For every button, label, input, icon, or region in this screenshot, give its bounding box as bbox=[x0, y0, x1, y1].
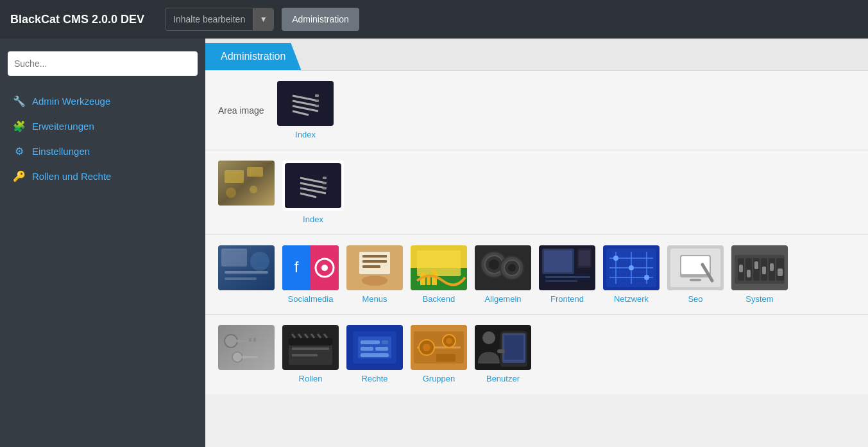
thumb-photo-row3[interactable] bbox=[218, 245, 275, 290]
svg-rect-8 bbox=[225, 170, 244, 183]
svg-point-118 bbox=[446, 338, 452, 344]
svg-rect-4 bbox=[315, 94, 319, 97]
svg-point-91 bbox=[232, 352, 243, 362]
svg-text:f: f bbox=[294, 258, 299, 276]
thumb-rechte[interactable]: Rechte bbox=[346, 325, 403, 383]
key-icon: 🔑 bbox=[13, 170, 26, 182]
svg-point-87 bbox=[225, 335, 237, 347]
dropdown-arrow-icon[interactable]: ▼ bbox=[253, 8, 273, 30]
thumb-frontend[interactable]: Frontend bbox=[539, 245, 595, 304]
svg-line-3 bbox=[293, 111, 309, 115]
svg-point-29 bbox=[321, 265, 328, 271]
thumb-label-index-2: Index bbox=[303, 215, 323, 224]
sidebar-item-rollen-rechte[interactable]: 🔑 Rollen und Rechte bbox=[8, 164, 198, 189]
svg-rect-18 bbox=[323, 187, 327, 189]
svg-rect-54 bbox=[545, 276, 590, 278]
content-area: Administration Area image bbox=[205, 39, 868, 447]
page-tab: Administration bbox=[205, 43, 301, 70]
thumb-label-netzwerk: Netzwerk bbox=[614, 294, 649, 304]
thumb-label-rechte: Rechte bbox=[361, 374, 387, 383]
thumb-index-2[interactable]: Index bbox=[282, 161, 344, 224]
dropdown-label: Inhalte bearbeiten bbox=[166, 14, 253, 24]
svg-rect-111 bbox=[361, 353, 389, 357]
thumb-img-frontend bbox=[539, 245, 595, 290]
svg-rect-125 bbox=[497, 349, 505, 353]
thumb-benutzer[interactable]: Benutzer bbox=[475, 325, 531, 383]
inhalte-dropdown[interactable]: Inhalte bearbeiten ▼ bbox=[165, 8, 274, 31]
svg-line-14 bbox=[300, 188, 326, 193]
grid-row-2: Index bbox=[205, 150, 868, 235]
svg-rect-17 bbox=[323, 182, 327, 184]
sidebar-item-erweiterungen[interactable]: 🧩 Erweiterungen bbox=[8, 114, 198, 139]
svg-rect-20 bbox=[221, 249, 247, 267]
svg-rect-6 bbox=[315, 105, 319, 107]
sidebar-label-erweiterungen: Erweiterungen bbox=[32, 121, 94, 132]
svg-point-116 bbox=[423, 344, 430, 351]
svg-line-1 bbox=[293, 101, 318, 106]
sidebar-label-rollen-rechte: Rollen und Rechte bbox=[32, 171, 111, 182]
sidebar-label-einstellungen: Einstellungen bbox=[32, 146, 90, 157]
thumb-label-backend: Backend bbox=[423, 294, 455, 304]
svg-line-13 bbox=[300, 183, 326, 188]
svg-rect-95 bbox=[289, 338, 332, 346]
svg-rect-84 bbox=[770, 263, 774, 271]
thumb-index-1[interactable]: Index bbox=[277, 81, 334, 139]
thumb-img-rollen bbox=[282, 325, 339, 370]
thumb-rollen[interactable]: Rollen bbox=[282, 325, 339, 383]
thumb-gruppen[interactable]: Gruppen bbox=[411, 325, 467, 383]
thumb-img-allgemein bbox=[475, 245, 531, 290]
svg-point-21 bbox=[250, 252, 269, 271]
svg-point-65 bbox=[629, 265, 634, 270]
sidebar-item-admin-werkzeuge[interactable]: 🔧 Admin Werkzeuge bbox=[8, 89, 198, 114]
thumb-photo-row4[interactable] bbox=[218, 325, 275, 370]
thumb-label-allgemein: Allgemein bbox=[484, 294, 521, 304]
svg-rect-16 bbox=[323, 177, 327, 179]
sidebar-item-einstellungen[interactable]: ⚙ Einstellungen bbox=[8, 139, 198, 164]
thumb-dark-1 bbox=[277, 81, 334, 126]
photo-thumb-row3 bbox=[218, 245, 275, 290]
thumb-label-menus: Menus bbox=[362, 294, 387, 304]
thumb-img-netzwerk bbox=[603, 245, 660, 290]
svg-line-0 bbox=[293, 96, 318, 101]
wrench-icon: 🔧 bbox=[13, 95, 26, 107]
thumb-label-socialmedia: Socialmedia bbox=[288, 294, 334, 304]
page-header: Administration bbox=[205, 39, 868, 71]
svg-rect-92 bbox=[242, 356, 258, 358]
thumb-label-frontend: Frontend bbox=[550, 294, 584, 304]
sidebar: 🔧 Admin Werkzeuge 🧩 Erweiterungen ⚙ Eins… bbox=[0, 39, 205, 447]
svg-rect-119 bbox=[436, 354, 455, 362]
svg-rect-55 bbox=[545, 280, 577, 282]
thumb-photo-row2[interactable] bbox=[218, 161, 275, 206]
svg-rect-35 bbox=[362, 265, 380, 268]
svg-rect-51 bbox=[544, 250, 572, 272]
svg-rect-34 bbox=[362, 260, 387, 263]
thumb-socialmedia[interactable]: f Socialmedia bbox=[282, 245, 339, 304]
thumb-menus[interactable]: Menus bbox=[346, 245, 403, 304]
svg-point-124 bbox=[482, 331, 495, 344]
svg-rect-88 bbox=[236, 340, 255, 342]
sidebar-nav: 🔧 Admin Werkzeuge 🧩 Erweiterungen ⚙ Eins… bbox=[0, 89, 205, 189]
thumb-backend[interactable]: Backend bbox=[411, 245, 467, 304]
gear-icon: ⚙ bbox=[13, 145, 26, 157]
admin-button[interactable]: Administration bbox=[282, 8, 359, 31]
grid-row-3: f Socialmedia bbox=[205, 235, 868, 315]
search-box[interactable] bbox=[8, 51, 198, 76]
svg-rect-9 bbox=[247, 167, 263, 177]
svg-rect-90 bbox=[253, 338, 256, 342]
svg-point-66 bbox=[644, 275, 649, 280]
sidebar-label-admin-werkzeuge: Admin Werkzeuge bbox=[32, 96, 110, 107]
puzzle-icon: 🧩 bbox=[13, 120, 26, 132]
svg-rect-102 bbox=[292, 347, 329, 350]
area-label-1: Area image bbox=[218, 105, 269, 116]
thumb-seo[interactable]: Seo bbox=[667, 245, 724, 304]
thumb-netzwerk[interactable]: Netzwerk bbox=[603, 245, 660, 304]
svg-rect-81 bbox=[747, 270, 751, 277]
thumb-system[interactable]: System bbox=[731, 245, 788, 304]
search-input[interactable] bbox=[14, 58, 191, 69]
svg-rect-110 bbox=[375, 347, 388, 351]
photo-thumb-row2 bbox=[218, 161, 275, 206]
thumb-allgemein[interactable]: Allgemein bbox=[475, 245, 531, 304]
svg-rect-83 bbox=[762, 267, 766, 274]
svg-point-45 bbox=[489, 259, 499, 270]
thumb-label-rollen: Rollen bbox=[299, 374, 323, 383]
